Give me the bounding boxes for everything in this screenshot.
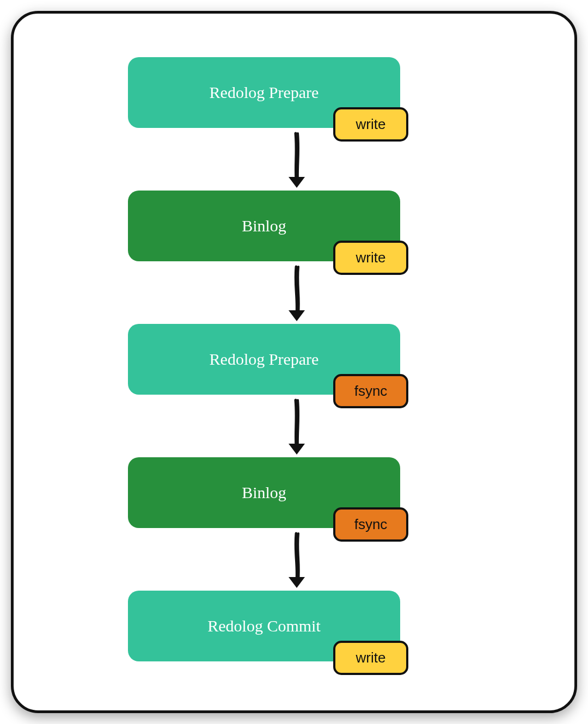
node-label: Binlog bbox=[242, 483, 286, 502]
tag-label: write bbox=[356, 649, 386, 666]
node-label: Redolog Prepare bbox=[210, 350, 319, 369]
arrow-down-icon bbox=[278, 131, 316, 191]
tag-label: fsync bbox=[354, 516, 388, 533]
tag-fsync-2: fsync bbox=[333, 507, 408, 542]
diagram-frame: Redolog Prepare write Binlog write Redol… bbox=[11, 11, 577, 713]
node-label: Redolog Commit bbox=[207, 617, 321, 635]
node-redolog-commit: Redolog Commit write bbox=[128, 591, 400, 661]
arrow-down-icon bbox=[278, 531, 316, 591]
tag-label: write bbox=[356, 249, 386, 266]
tag-fsync-1: fsync bbox=[333, 374, 408, 408]
tag-write-3: write bbox=[333, 641, 408, 675]
tag-write-1: write bbox=[333, 107, 408, 142]
tag-write-2: write bbox=[333, 241, 408, 275]
node-redolog-prepare-2: Redolog Prepare fsync bbox=[128, 324, 400, 395]
node-label: Binlog bbox=[242, 217, 286, 235]
node-redolog-prepare-1: Redolog Prepare write bbox=[128, 57, 400, 128]
node-binlog-1: Binlog write bbox=[128, 191, 400, 261]
arrow-down-icon bbox=[278, 264, 316, 324]
arrow-down-icon bbox=[278, 397, 316, 457]
node-binlog-2: Binlog fsync bbox=[128, 457, 400, 528]
tag-label: fsync bbox=[354, 383, 388, 400]
node-label: Redolog Prepare bbox=[210, 83, 319, 102]
tag-label: write bbox=[356, 116, 386, 133]
